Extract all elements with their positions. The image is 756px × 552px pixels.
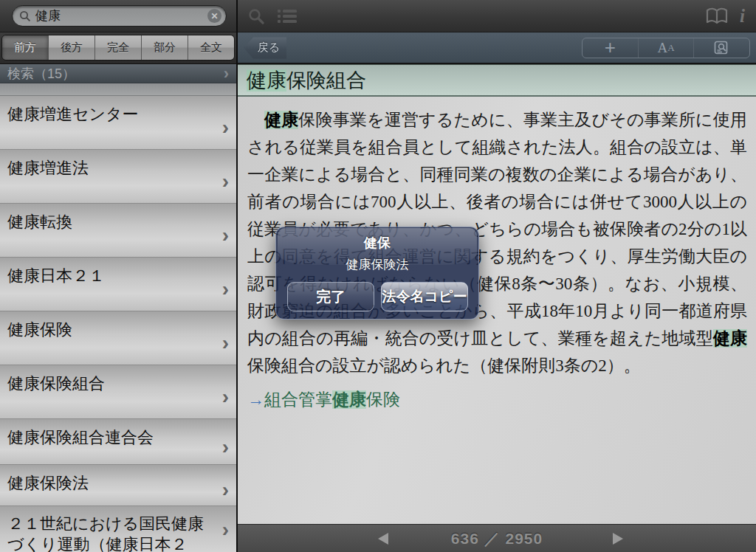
chevron-right-icon: › xyxy=(222,279,229,300)
chevron-right-icon: › xyxy=(222,117,229,138)
list-item-label: 健康保険法 xyxy=(7,474,89,492)
sidebar: 健康 ✕ 前方後方完全部分全文 検索（15） › 健康増進センター › 健康増進… xyxy=(0,0,236,552)
pagination-bar: 636 ／ 2950 xyxy=(238,524,756,552)
previous-page-arrow-icon[interactable] xyxy=(378,533,388,545)
search-mode-button[interactable]: 前方 xyxy=(2,35,49,60)
list-item[interactable]: 健康保険組合連合会 › xyxy=(0,419,236,465)
bookmarks-icon[interactable] xyxy=(706,7,728,25)
list-item-label: 健康転換 xyxy=(7,213,72,231)
popup-buttons: 完了法令名コピー xyxy=(287,282,468,311)
font-size-small-glyph: A xyxy=(667,42,674,54)
article-title: 健康保険組合 xyxy=(247,67,366,94)
list-item-label: 健康保険 xyxy=(7,320,72,339)
search-results-count-label: 検索（15） xyxy=(7,65,75,83)
chevron-right-icon: › xyxy=(222,437,229,458)
list-item-label: 健康増進法 xyxy=(7,159,89,177)
popup-button[interactable]: 法令名コピー xyxy=(381,282,468,311)
term-popup-dialog: 健保 健康保険法 完了法令名コピー xyxy=(275,227,479,320)
top-toolbar: i xyxy=(238,0,756,32)
search-icon[interactable] xyxy=(247,7,265,25)
search-input-value[interactable]: 健康 xyxy=(35,7,207,24)
search-mode-button[interactable]: 全文 xyxy=(188,35,234,60)
list-item[interactable]: 健康保険 › xyxy=(0,311,236,365)
page-separator: ／ xyxy=(484,530,501,547)
chevron-right-icon: › xyxy=(222,225,229,246)
chevron-right-icon: › xyxy=(222,171,229,192)
list-item-label: 健康保険組合 xyxy=(7,374,105,393)
back-button-label: 戻る xyxy=(258,41,280,55)
search-mode-segmented-control: 前方後方完全部分全文 xyxy=(1,35,235,61)
popup-title: 健保 xyxy=(276,234,478,252)
page-search-icon xyxy=(714,41,729,55)
page-current: 636 xyxy=(451,530,479,547)
list-item-label: ２１世紀における国民健康づくり運動（健康日本２１… xyxy=(7,514,204,552)
font-size-large-glyph: A xyxy=(657,40,667,56)
list-item[interactable]: 健康保険組合 › xyxy=(0,365,236,419)
back-button[interactable]: 戻る xyxy=(244,37,286,59)
list-item[interactable]: 健康保険法 › xyxy=(0,465,236,506)
popup-button[interactable]: 完了 xyxy=(287,282,374,311)
search-mode-button[interactable]: 部分 xyxy=(142,35,188,60)
list-item[interactable]: 健康転換 › xyxy=(0,204,236,258)
list-item[interactable]: 健康日本２１ › xyxy=(0,258,236,311)
list-item[interactable]: 健康増進センター › xyxy=(0,96,236,150)
article-title-bar: 健康保険組合 xyxy=(238,64,756,97)
search-mode-button[interactable]: 完全 xyxy=(95,35,142,60)
chevron-right-icon: › xyxy=(224,66,229,82)
clear-search-icon[interactable]: ✕ xyxy=(207,9,221,23)
toolbar-right-icons: i xyxy=(706,7,745,25)
list-scroll-sliver xyxy=(0,83,236,96)
list-item[interactable]: 健康増進法 › xyxy=(0,150,236,204)
chevron-right-icon: › xyxy=(222,480,229,500)
search-input[interactable]: 健康 ✕ xyxy=(12,5,227,27)
font-size-button[interactable]: AA xyxy=(639,38,695,58)
plus-icon: + xyxy=(605,38,616,57)
list-item[interactable]: ２１世紀における国民健康づくり運動（健康日本２１… › xyxy=(0,506,236,552)
search-icon xyxy=(19,10,31,22)
cross-reference-link[interactable]: →組合管掌健康保険 xyxy=(247,386,747,413)
search-results-list: 健康増進センター › 健康増進法 › 健康転換 › 健康日本２１ › 健康保険 … xyxy=(0,96,236,552)
list-view-icon[interactable] xyxy=(278,8,297,24)
chevron-right-icon: › xyxy=(222,520,229,540)
search-mode-row: 前方後方完全部分全文 xyxy=(0,32,236,64)
search-results-header[interactable]: 検索（15） › xyxy=(0,64,236,83)
page-indicator: 636 ／ 2950 xyxy=(451,528,543,549)
popup-subtitle: 健康保険法 xyxy=(276,256,478,273)
page-total: 2950 xyxy=(506,530,543,547)
chevron-right-icon: › xyxy=(222,333,229,353)
add-bookmark-button[interactable]: + xyxy=(583,38,639,58)
nav-toolbar: 戻る + AA xyxy=(238,32,756,64)
search-mode-button[interactable]: 後方 xyxy=(49,35,95,60)
next-page-arrow-icon[interactable] xyxy=(613,533,623,545)
chevron-right-icon: › xyxy=(222,387,229,407)
article-tools-segmented-control: + AA xyxy=(582,38,750,58)
info-icon[interactable]: i xyxy=(740,7,745,25)
search-in-page-button[interactable] xyxy=(694,38,749,58)
list-item-label: 健康保険組合連合会 xyxy=(7,428,154,446)
list-item-label: 健康日本２１ xyxy=(7,266,105,285)
sidebar-search-bar: 健康 ✕ xyxy=(0,0,236,32)
list-item-label: 健康増進センター xyxy=(7,105,139,123)
